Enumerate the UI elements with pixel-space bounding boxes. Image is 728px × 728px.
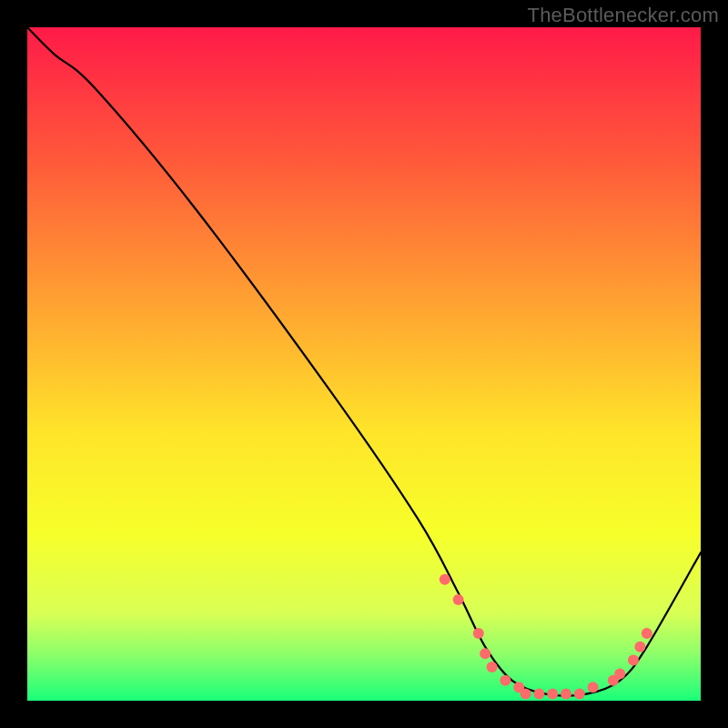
marker-dot xyxy=(453,594,464,605)
plot-area xyxy=(27,27,701,701)
plot-svg xyxy=(27,27,701,701)
marker-dot xyxy=(588,682,599,693)
marker-dot xyxy=(521,689,531,700)
attribution-text: TheBottlenecker.com xyxy=(528,4,719,27)
marker-dot xyxy=(642,628,652,639)
marker-dot xyxy=(547,689,558,700)
marker-dot xyxy=(634,642,645,652)
marker-dot xyxy=(574,689,585,700)
marker-dot xyxy=(473,628,484,639)
marker-dot xyxy=(628,655,639,666)
chart-frame: TheBottlenecker.com xyxy=(0,0,728,728)
marker-dot xyxy=(440,574,450,585)
marker-dot xyxy=(533,689,544,700)
marker-dot xyxy=(561,689,571,700)
marker-dot xyxy=(480,648,490,659)
marker-dot xyxy=(500,675,511,686)
gradient-background xyxy=(27,27,701,701)
marker-dot xyxy=(487,662,498,672)
marker-dot xyxy=(614,668,625,679)
